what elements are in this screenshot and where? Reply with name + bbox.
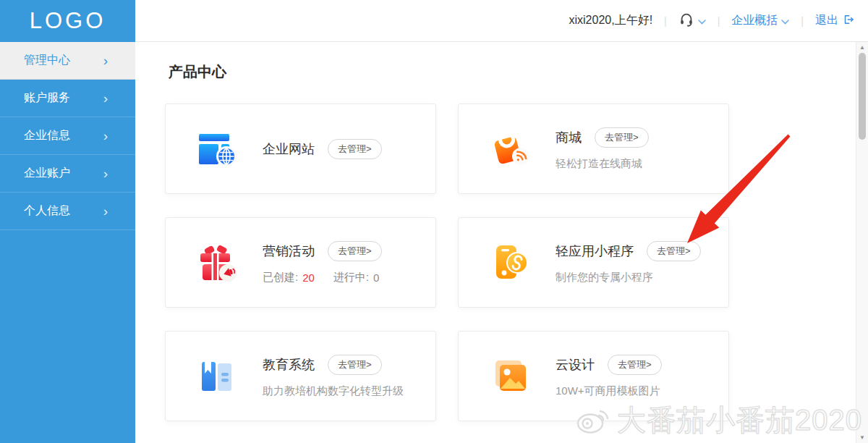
running-value: 0 <box>373 271 379 284</box>
card-title: 商城 <box>556 129 582 146</box>
chevron-right-icon: › <box>103 129 108 143</box>
logout-icon <box>842 13 855 29</box>
mall-icon <box>488 127 532 172</box>
manage-button[interactable]: 去管理> <box>328 241 382 261</box>
card-enterprise-website: 企业网站 去管理> <box>165 104 436 194</box>
vertical-scrollbar[interactable]: ▲ ▼ <box>856 42 868 443</box>
logout-button[interactable]: 退出 <box>815 13 855 29</box>
logo: LOGO <box>0 0 135 42</box>
running-label: 进行中: <box>333 271 369 284</box>
manage-button[interactable]: 去管理> <box>608 355 662 375</box>
card-subtitle: 轻松打造在线商城 <box>556 157 649 171</box>
card-title: 营销活动 <box>263 242 315 260</box>
card-subtitle: 助力教培机构数字化转型升级 <box>263 384 404 398</box>
divider: | <box>718 15 720 27</box>
sidebar-item-enterprise-info[interactable]: 企业信息 › <box>0 117 135 155</box>
card-title: 云设计 <box>556 356 595 374</box>
user-greeting: xixi2020,上午好! <box>569 13 652 28</box>
card-title: 轻应用小程序 <box>556 242 634 260</box>
page-title: 产品中心 <box>169 62 856 82</box>
created-value: 20 <box>302 271 315 284</box>
chevron-down-icon <box>698 14 706 28</box>
card-education: 教育系统 去管理> 助力教培机构数字化转型升级 <box>165 331 436 421</box>
company-overview-label: 企业概括 <box>731 13 778 28</box>
main-content: 产品中心 <box>135 42 856 443</box>
support-dropdown[interactable] <box>678 12 706 30</box>
sidebar-item-label: 账户服务 <box>24 90 70 106</box>
divider: | <box>801 15 804 27</box>
card-mall: 商城 去管理> 轻松打造在线商城 <box>458 104 729 194</box>
card-subtitle: 10W+可商用模板图片 <box>556 384 662 398</box>
sidebar-item-label: 个人信息 <box>24 203 70 219</box>
manage-button[interactable]: 去管理> <box>647 241 701 261</box>
mini-program-phone-icon <box>488 240 532 285</box>
chevron-right-icon: › <box>103 91 108 105</box>
chevron-right-icon: › <box>103 54 108 67</box>
sidebar-item-management-center[interactable]: 管理中心 › <box>0 42 135 80</box>
company-overview-dropdown[interactable]: 企业概括 <box>731 13 789 28</box>
card-mini-program: 轻应用小程序 去管理> 制作您的专属小程序 <box>458 217 729 308</box>
card-marketing: 营销活动 去管理> 已创建: 20 进行中: 0 <box>165 217 436 308</box>
topbar: xixi2020,上午好! | | 企业概括 | 退出 <box>135 0 868 42</box>
card-subtitle: 制作您的专属小程序 <box>556 271 701 284</box>
scroll-down-arrow-icon[interactable]: ▼ <box>856 434 868 441</box>
card-stats: 已创建: 20 进行中: 0 <box>263 271 382 284</box>
divider: | <box>664 15 667 27</box>
sidebar: LOGO 管理中心 › 账户服务 › 企业信息 › 企业账户 › 个人信息 › <box>0 0 135 443</box>
scroll-up-arrow-icon[interactable]: ▲ <box>856 44 868 51</box>
card-cloud-design: 云设计 去管理> 10W+可商用模板图片 <box>458 331 729 421</box>
sidebar-item-label: 管理中心 <box>24 53 70 68</box>
chevron-right-icon: › <box>103 204 108 218</box>
marketing-gift-icon <box>195 240 239 285</box>
card-title: 教育系统 <box>263 356 315 374</box>
card-title: 企业网站 <box>263 140 315 158</box>
manage-button[interactable]: 去管理> <box>595 127 649 148</box>
product-card-grid: 企业网站 去管理> <box>165 104 856 421</box>
education-book-icon <box>195 354 239 399</box>
sidebar-item-account-service[interactable]: 账户服务 › <box>0 80 135 117</box>
sidebar-item-enterprise-account[interactable]: 企业账户 › <box>0 155 135 193</box>
sidebar-item-label: 企业信息 <box>24 128 70 143</box>
chevron-down-icon <box>781 14 789 28</box>
chevron-right-icon: › <box>103 166 108 180</box>
sidebar-item-label: 企业账户 <box>24 166 70 181</box>
manage-button[interactable]: 去管理> <box>328 139 382 159</box>
website-icon <box>195 127 239 172</box>
headset-icon <box>678 12 694 30</box>
scrollbar-thumb[interactable] <box>859 53 866 140</box>
manage-button[interactable]: 去管理> <box>328 355 382 375</box>
cloud-design-image-icon <box>488 354 532 399</box>
dashboard-page: LOGO 管理中心 › 账户服务 › 企业信息 › 企业账户 › 个人信息 › … <box>0 0 868 443</box>
logout-label: 退出 <box>815 13 838 28</box>
sidebar-item-personal-info[interactable]: 个人信息 › <box>0 193 135 230</box>
created-label: 已创建: <box>263 271 298 284</box>
